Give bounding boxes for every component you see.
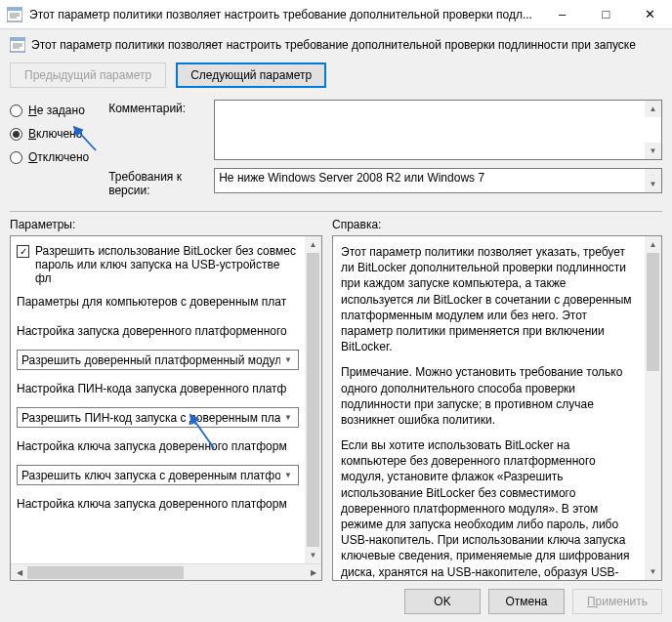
radio-not-configured[interactable]: Не задано <box>10 104 89 117</box>
next-setting-button[interactable]: Следующий параметр <box>176 62 326 88</box>
tpm-keypin-label: Настройка ключа запуска доверенного плат… <box>11 489 305 518</box>
scroll-thumb[interactable] <box>27 566 184 579</box>
chevron-down-icon: ▼ <box>280 471 296 479</box>
fields: Комментарий: ▲ ▼ Требования к версии: Не… <box>108 100 662 197</box>
apply-button: Применить <box>572 589 662 614</box>
scroll-down-icon[interactable]: ▼ <box>645 143 661 159</box>
state-radios: Не задано Включено Отключено <box>10 100 89 197</box>
nav-buttons: Предыдущий параметр Следующий параметр <box>10 59 662 96</box>
policy-header: Этот параметр политики позволяет настрои… <box>10 35 662 59</box>
document-icon <box>10 37 25 53</box>
options-list: ✓ Разрешить использование BitLocker без … <box>11 236 321 518</box>
radio-disabled[interactable]: Отключено <box>10 150 89 164</box>
help-panel: Этот параметр политики позволяет указать… <box>332 235 662 581</box>
tpm-pin-dropdown-wrap: Разрешить ПИН-код запуска с доверенным п… <box>11 403 305 432</box>
dropdown-value: Разрешить ключ запуска с доверенным плат… <box>21 469 280 482</box>
radio-indicator <box>10 104 22 117</box>
options-label: Параметры: <box>10 218 322 235</box>
tpm-key-dropdown-wrap: Разрешить ключ запуска с доверенным плат… <box>11 461 305 489</box>
help-label: Справка: <box>332 218 662 235</box>
scroll-track[interactable] <box>27 564 305 581</box>
scroll-thumb[interactable] <box>647 253 659 371</box>
scroll-thumb[interactable] <box>307 253 319 547</box>
checkbox-label: Разрешить использование BitLocker без со… <box>35 244 299 285</box>
footer-buttons: OK Отмена Применить <box>10 581 662 614</box>
scroll-up-icon[interactable]: ▲ <box>305 236 321 253</box>
close-button[interactable]: ✕ <box>628 0 672 29</box>
requirements-label: Требования к версии: <box>108 168 206 197</box>
tpm-startup-dropdown[interactable]: Разрешить доверенный платформенный модул… <box>17 350 299 370</box>
scroll-down-icon[interactable]: ▼ <box>305 547 321 563</box>
comment-label: Комментарий: <box>108 100 206 115</box>
scroll-right-icon[interactable]: ▶ <box>305 564 321 581</box>
options-panel: ✓ Разрешить использование BitLocker без … <box>10 235 322 581</box>
scroll-left-icon[interactable]: ◀ <box>11 564 27 581</box>
options-body: ✓ Разрешить использование BitLocker без … <box>11 236 321 563</box>
scroll-down-icon[interactable]: ▼ <box>645 563 661 580</box>
comment-text <box>215 101 661 104</box>
scroll-track[interactable] <box>645 253 661 563</box>
app-icon <box>0 7 29 22</box>
radio-label: Включено <box>28 127 82 141</box>
dropdown-value: Разрешить доверенный платформенный модул… <box>21 353 280 367</box>
help-body: Этот параметр политики позволяет указать… <box>333 236 661 580</box>
tpm-pin-dropdown[interactable]: Разрешить ПИН-код запуска с доверенным п… <box>17 407 299 428</box>
prev-setting-button: Предыдущий параметр <box>10 62 166 88</box>
tpm-key-dropdown[interactable]: Разрешить ключ запуска с доверенным плат… <box>17 465 299 485</box>
comment-row: Комментарий: ▲ ▼ <box>108 100 662 160</box>
state-and-fields: Не задано Включено Отключено Комментарий… <box>10 96 662 205</box>
radio-label: Отключено <box>28 150 89 164</box>
ok-button[interactable]: OK <box>404 589 481 614</box>
radio-enabled[interactable]: Включено <box>10 127 89 141</box>
panels: ✓ Разрешить использование BitLocker без … <box>10 235 662 581</box>
help-paragraph: Если вы хотите использовать BitLocker на… <box>341 437 638 580</box>
scroll-up-icon[interactable]: ▲ <box>645 101 661 117</box>
scroll-down-icon[interactable]: ▼ <box>645 176 661 192</box>
tpm-startup-dropdown-wrap: Разрешить доверенный платформенный модул… <box>11 346 305 374</box>
window-title: Этот параметр политики позволяет настрои… <box>29 8 540 21</box>
options-hscroll[interactable]: ◀ ▶ <box>11 563 321 580</box>
help-paragraph: Этот параметр политики позволяет указать… <box>341 244 638 354</box>
svg-rect-1 <box>7 8 22 11</box>
panel-labels: Параметры: Справка: <box>10 218 662 235</box>
cancel-button[interactable]: Отмена <box>488 589 565 614</box>
help-text: Этот параметр политики позволяет указать… <box>333 236 661 580</box>
radio-indicator <box>10 151 22 164</box>
divider <box>10 211 662 212</box>
options-vscroll[interactable]: ▲ ▼ <box>305 236 321 563</box>
maximize-button[interactable]: □ <box>584 0 628 29</box>
policy-header-text: Этот параметр политики позволяет настрои… <box>31 38 636 52</box>
comment-textbox[interactable]: ▲ ▼ <box>214 100 662 160</box>
requirements-text: Не ниже Windows Server 2008 R2 или Windo… <box>215 169 661 187</box>
titlebar: Этот параметр политики позволяет настрои… <box>0 0 672 29</box>
radio-indicator <box>10 128 22 141</box>
dropdown-value: Разрешить ПИН-код запуска с доверенным п… <box>21 411 280 425</box>
scroll-up-icon[interactable]: ▲ <box>645 236 661 253</box>
help-paragraph: Примечание. Можно установить требование … <box>341 364 638 428</box>
requirements-row: Требования к версии: Не ниже Windows Ser… <box>108 168 662 197</box>
checkbox-icon: ✓ <box>17 245 29 258</box>
help-vscroll[interactable]: ▲ ▼ <box>645 236 661 580</box>
chevron-down-icon: ▼ <box>280 413 296 422</box>
content-area: Этот параметр политики позволяет настрои… <box>0 29 672 622</box>
radio-label: Не задано <box>28 104 85 117</box>
tpm-key-label: Настройка ключа запуска доверенного плат… <box>11 432 305 461</box>
scroll-track[interactable] <box>305 253 321 547</box>
options-group-label: Параметры для компьютеров с доверенным п… <box>11 287 305 316</box>
tpm-pin-label: Настройка ПИН-кода запуска доверенного п… <box>11 374 305 403</box>
minimize-button[interactable]: – <box>540 0 584 29</box>
chevron-down-icon: ▼ <box>280 355 296 364</box>
requirements-textbox: Не ниже Windows Server 2008 R2 или Windo… <box>214 168 662 193</box>
svg-rect-6 <box>10 38 25 41</box>
tpm-startup-label: Настройка запуска доверенного платформен… <box>11 316 305 346</box>
allow-without-tpm-checkbox-row[interactable]: ✓ Разрешить использование BitLocker без … <box>11 236 305 287</box>
